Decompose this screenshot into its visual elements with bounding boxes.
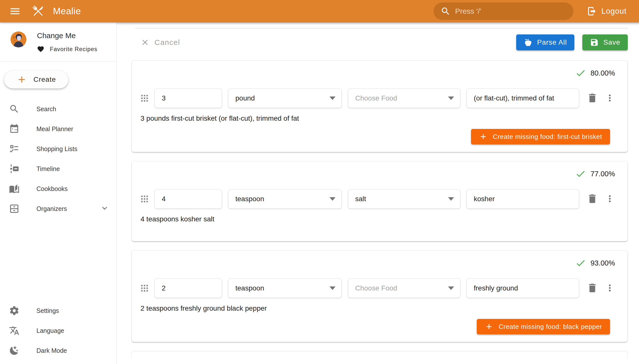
ingredient-card: 77.00% teaspoon salt xyxy=(132,161,628,241)
sidebar-item-label: Organizers xyxy=(37,205,67,212)
favorite-recipes-link[interactable]: Favorite Recipes xyxy=(37,46,97,53)
app-title: Mealie xyxy=(53,6,81,16)
search-icon xyxy=(9,104,20,114)
apple-icon xyxy=(524,38,533,47)
delete-icon[interactable] xyxy=(587,193,598,205)
sidebar-item-cookbooks[interactable]: Cookbooks xyxy=(0,179,116,199)
chevron-down-icon[interactable] xyxy=(100,204,109,214)
ingredient-parser-page: Cancel Parse All Save 80.00% xyxy=(117,22,639,364)
note-input[interactable] xyxy=(467,88,579,108)
sidebar-divider xyxy=(0,61,116,62)
plus-icon xyxy=(485,322,493,331)
unit-select[interactable]: teaspoon xyxy=(228,189,342,209)
moon-icon xyxy=(9,345,20,356)
sidebar: Change Me Favorite Recipes Create Search… xyxy=(0,22,117,364)
drag-handle-icon[interactable] xyxy=(140,284,149,293)
user-block: Change Me Favorite Recipes xyxy=(0,22,116,53)
search-input[interactable] xyxy=(455,7,566,16)
drag-handle-icon[interactable] xyxy=(140,194,149,204)
sidebar-item-label: Meal Planner xyxy=(37,126,73,133)
kebab-menu-icon[interactable] xyxy=(604,93,615,104)
delete-icon[interactable] xyxy=(587,92,598,104)
unit-select[interactable]: pound xyxy=(228,88,342,108)
parse-all-button[interactable]: Parse All xyxy=(516,34,575,50)
sidebar-item-label: Timeline xyxy=(37,165,60,172)
kebab-menu-icon[interactable] xyxy=(604,194,615,205)
food-select[interactable]: salt xyxy=(348,189,460,209)
menu-icon[interactable] xyxy=(9,5,21,17)
top-app-bar: Mealie Logout xyxy=(0,0,639,22)
food-select[interactable]: Choose Food xyxy=(348,88,460,108)
close-icon xyxy=(140,38,149,47)
unit-value: pound xyxy=(235,94,255,102)
quantity-input[interactable] xyxy=(154,189,222,209)
sidebar-item-timeline[interactable]: Timeline xyxy=(0,159,116,179)
avatar[interactable] xyxy=(11,32,27,47)
plus-icon xyxy=(479,132,488,141)
unit-value: teaspoon xyxy=(235,195,264,203)
parse-all-label: Parse All xyxy=(537,38,567,46)
kebab-menu-icon[interactable] xyxy=(604,283,615,294)
logout-icon xyxy=(587,6,597,16)
favorites-label: Favorite Recipes xyxy=(50,46,97,52)
missing-food-label: Create missing food: first-cut brisket xyxy=(493,133,602,140)
delete-icon[interactable] xyxy=(587,282,598,294)
drawer-icon xyxy=(9,204,20,214)
sidebar-item-shopping-lists[interactable]: Shopping Lists xyxy=(0,139,116,159)
create-button[interactable]: Create xyxy=(4,70,68,88)
quantity-input[interactable] xyxy=(154,278,222,298)
global-search[interactable] xyxy=(434,2,573,20)
create-label: Create xyxy=(34,76,56,84)
sidebar-item-search[interactable]: Search xyxy=(0,99,116,119)
timeline-icon xyxy=(9,164,20,174)
food-select[interactable]: Choose Food xyxy=(348,278,460,298)
unit-select[interactable]: teaspoon xyxy=(228,278,342,298)
logout-button[interactable]: Logout xyxy=(583,2,630,20)
save-icon xyxy=(590,38,599,47)
mealie-logo-silverware-icon xyxy=(30,3,46,20)
logout-label: Logout xyxy=(601,7,626,16)
quantity-input[interactable] xyxy=(154,88,222,108)
confidence-value: 93.00% xyxy=(591,259,615,267)
dropdown-caret-icon xyxy=(329,96,335,100)
top-divider xyxy=(135,28,628,28)
plus-icon xyxy=(17,74,27,85)
check-icon xyxy=(575,68,586,78)
create-missing-food-button[interactable]: Create missing food: black pepper xyxy=(477,319,610,334)
sidebar-item-meal-planner[interactable]: Meal Planner xyxy=(0,119,116,139)
sidebar-item-dark-mode[interactable]: Dark Mode xyxy=(0,340,116,360)
confidence-value: 80.00% xyxy=(591,69,615,77)
save-button[interactable]: Save xyxy=(582,34,628,50)
sidebar-item-settings[interactable]: Settings xyxy=(0,301,116,320)
book-open-icon xyxy=(9,184,20,194)
cancel-label: Cancel xyxy=(154,38,180,46)
sidebar-item-organizers[interactable]: Organizers xyxy=(0,199,116,219)
user-name: Change Me xyxy=(37,32,97,40)
note-input[interactable] xyxy=(467,189,579,209)
original-ingredient-text: 2 teaspoons freshly ground black pepper xyxy=(140,304,615,312)
confidence-value: 77.00% xyxy=(591,170,615,178)
mealie-app: Mealie Logout xyxy=(0,0,639,364)
food-placeholder: Choose Food xyxy=(355,284,397,292)
heart-icon xyxy=(37,46,45,53)
drag-handle-icon[interactable] xyxy=(140,94,149,103)
create-missing-food-button[interactable]: Create missing food: first-cut brisket xyxy=(471,129,610,144)
sidebar-item-label: Settings xyxy=(37,307,59,314)
search-icon xyxy=(441,6,451,16)
sidebar-item-label: Language xyxy=(37,327,64,334)
check-icon xyxy=(575,168,586,179)
note-input[interactable] xyxy=(467,278,579,298)
parser-toolbar: Cancel Parse All Save xyxy=(132,34,628,50)
calendar-icon xyxy=(9,124,20,134)
save-label: Save xyxy=(603,38,620,46)
check-icon xyxy=(575,258,586,268)
ingredient-card: 93.00% teaspoon Choose Food xyxy=(132,250,628,342)
sidebar-item-label: Search xyxy=(37,106,56,113)
dropdown-caret-icon xyxy=(448,197,454,201)
sidebar-item-label: Dark Mode xyxy=(37,347,67,354)
cancel-button[interactable]: Cancel xyxy=(140,38,180,47)
missing-food-label: Create missing food: black pepper xyxy=(499,323,602,330)
gear-icon xyxy=(9,306,20,316)
checklist-icon xyxy=(9,144,20,154)
sidebar-item-language[interactable]: Language xyxy=(0,320,116,340)
